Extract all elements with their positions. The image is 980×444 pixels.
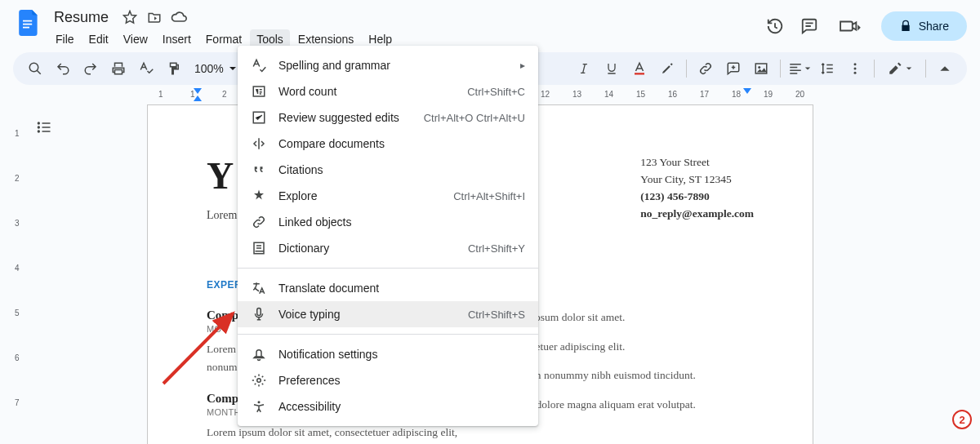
ruler-vertical[interactable]: 12345678	[13, 104, 28, 444]
text-color-icon[interactable]	[627, 56, 652, 81]
underline-icon[interactable]	[599, 56, 624, 81]
collapse-icon[interactable]	[933, 56, 957, 81]
svg-point-9	[38, 130, 40, 132]
svg-point-7	[38, 122, 40, 124]
meet-icon[interactable]	[834, 16, 866, 36]
undo-icon[interactable]	[51, 56, 75, 81]
menu-item-pref[interactable]: Preferences	[238, 367, 538, 393]
quote-icon	[251, 162, 267, 178]
compare-icon	[251, 135, 267, 152]
menu-item-count[interactable]: Word countCtrl+Shift+C	[238, 78, 538, 104]
docs-logo[interactable]	[13, 7, 46, 39]
star-icon[interactable]	[122, 9, 138, 25]
comments-icon[interactable]	[800, 16, 819, 36]
app-header: Resume File Edit View Insert Format Tool…	[0, 0, 980, 52]
menu-item-spell[interactable]: Spelling and grammar▸	[238, 52, 538, 78]
outline-icon[interactable]	[33, 116, 56, 139]
editing-mode-icon[interactable]	[881, 56, 919, 81]
spellcheck-icon[interactable]	[134, 56, 158, 81]
menu-item-quote[interactable]: Citations	[238, 157, 538, 183]
menu-item-bell[interactable]: Notification settings	[238, 341, 538, 367]
add-comment-icon[interactable]	[721, 56, 746, 81]
bell-icon	[251, 346, 267, 362]
count-icon	[251, 83, 267, 100]
header-actions: Share	[765, 7, 967, 41]
move-icon[interactable]	[146, 9, 163, 25]
a11y-icon	[251, 398, 267, 415]
svg-point-8	[38, 126, 40, 128]
svg-point-6	[854, 72, 857, 74]
svg-point-4	[854, 63, 857, 65]
dict-icon	[251, 240, 267, 256]
menu-item-voice[interactable]: Voice typingCtrl+Shift+S	[238, 301, 538, 327]
link-icon[interactable]	[693, 56, 718, 81]
annotation-badge: 2	[952, 410, 972, 429]
doc-meta: Resume File Edit View Insert Format Tool…	[49, 7, 765, 49]
cloud-icon[interactable]	[171, 9, 187, 25]
menu-item-explore[interactable]: ExploreCtrl+Alt+Shift+I	[238, 183, 538, 209]
voice-icon	[251, 306, 267, 322]
translate-icon	[251, 280, 267, 296]
share-button[interactable]: Share	[881, 11, 967, 41]
svg-point-3	[758, 66, 760, 69]
paint-format-icon[interactable]	[162, 56, 186, 81]
more-icon[interactable]	[843, 56, 867, 81]
menu-item-dict[interactable]: DictionaryCtrl+Shift+Y	[238, 235, 538, 261]
menu-item-translate[interactable]: Translate document	[238, 275, 538, 301]
italic-icon[interactable]	[572, 56, 596, 81]
menu-edit[interactable]: Edit	[82, 29, 115, 49]
contact-block: 123 Your Street Your City, ST 12345 (123…	[640, 154, 754, 223]
menu-item-compare[interactable]: Compare documents	[238, 131, 538, 157]
pref-icon	[251, 372, 267, 388]
line-spacing-icon[interactable]	[815, 56, 840, 81]
highlight-icon[interactable]	[655, 56, 679, 81]
review-icon	[251, 109, 267, 126]
explore-icon	[251, 188, 267, 204]
redo-icon[interactable]	[78, 56, 103, 81]
spell-icon	[251, 57, 267, 73]
menu-item-link[interactable]: Linked objects	[238, 209, 538, 235]
history-icon[interactable]	[765, 16, 785, 36]
menu-item-review[interactable]: Review suggested editsCtrl+Alt+O Ctrl+Al…	[238, 104, 538, 131]
menu-view[interactable]: View	[117, 29, 154, 49]
zoom-select[interactable]: 100%	[189, 62, 242, 75]
doc-title[interactable]: Resume	[49, 7, 114, 28]
menu-insert[interactable]: Insert	[156, 29, 198, 49]
svg-rect-1	[635, 73, 644, 74]
svg-point-0	[29, 63, 38, 72]
print-icon[interactable]	[106, 56, 131, 81]
svg-rect-10	[253, 87, 265, 96]
tools-dropdown: Spelling and grammar▸Word countCtrl+Shif…	[238, 46, 538, 426]
menu-file[interactable]: File	[49, 29, 81, 49]
svg-point-5	[854, 68, 857, 70]
svg-point-13	[257, 379, 261, 383]
share-label: Share	[919, 20, 949, 33]
align-icon[interactable]	[787, 56, 812, 81]
menu-item-a11y[interactable]: Accessibility	[238, 393, 538, 420]
link-icon	[251, 214, 267, 230]
lock-icon	[899, 20, 912, 33]
image-icon[interactable]	[749, 56, 773, 81]
svg-point-14	[258, 401, 261, 403]
search-icon[interactable]	[23, 56, 47, 81]
